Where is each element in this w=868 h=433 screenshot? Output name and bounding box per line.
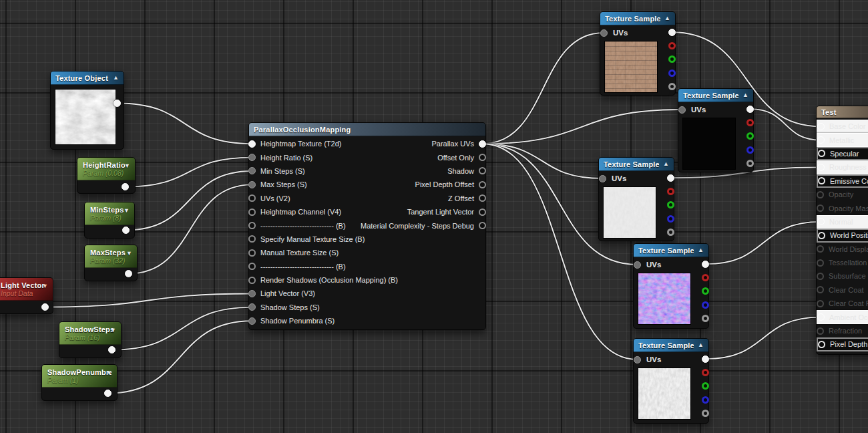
collapse-icon[interactable]: ▲	[698, 247, 704, 253]
output-pin[interactable]	[479, 222, 486, 229]
uvs-input-pin[interactable]	[678, 106, 686, 114]
collapse-icon[interactable]: ▲	[698, 342, 704, 348]
input-pin[interactable]	[817, 286, 824, 293]
input-pin[interactable]	[817, 313, 825, 321]
input-pin[interactable]	[817, 259, 824, 267]
material-result-node-test[interactable]: Test Base Color Metallic Specular Roughn…	[816, 106, 868, 355]
param-output-pin[interactable]	[108, 346, 116, 353]
input-pin[interactable]	[817, 136, 825, 144]
output-pin[interactable]	[479, 208, 486, 216]
input-pin[interactable]	[248, 263, 256, 270]
uvs-input-pin[interactable]	[634, 261, 641, 269]
input-pin[interactable]	[817, 327, 824, 335]
r-output-pin[interactable]	[702, 274, 709, 281]
collapse-icon[interactable]: ▲	[742, 92, 748, 98]
output-pin[interactable]	[479, 167, 486, 174]
collapse-icon[interactable]: ▼	[110, 327, 116, 333]
node-header[interactable]: MinSteps Param (8) ▼	[85, 202, 134, 225]
rgb-output-pin[interactable]	[668, 29, 676, 36]
param-node-shadowsteps[interactable]: ShadowSteps Param (16) ▼	[59, 321, 122, 358]
collapse-icon[interactable]: ▼	[106, 370, 112, 376]
collapse-icon[interactable]: ▲	[664, 15, 670, 21]
a-output-pin[interactable]	[667, 229, 674, 236]
param-output-pin[interactable]	[125, 270, 132, 277]
b-output-pin[interactable]	[702, 396, 709, 404]
node-header[interactable]: Texture Object ▲	[51, 71, 124, 85]
b-output-pin[interactable]	[702, 301, 709, 309]
uvs-input-pin[interactable]	[600, 29, 608, 37]
node-header[interactable]: ShadowSteps Param (16) ▼	[59, 322, 121, 345]
input-node-light-vector[interactable]: Light Vector Input Data ▼	[0, 277, 53, 314]
input-pin[interactable]	[248, 222, 256, 229]
texture-sample-node-normal-map[interactable]: Texture Sample ▲ UVs	[633, 243, 709, 329]
input-pin[interactable]	[248, 208, 256, 216]
input-pin[interactable]	[818, 177, 825, 184]
r-output-pin[interactable]	[746, 119, 754, 126]
g-output-pin[interactable]	[667, 201, 674, 208]
output-pin[interactable]	[479, 140, 486, 148]
collapse-icon[interactable]: ▲	[663, 161, 669, 167]
rgb-output-pin[interactable]	[702, 261, 709, 268]
parallax-occlusion-mapping-node[interactable]: ParallaxOcclusionMapping Heightmap Textu…	[248, 122, 486, 330]
node-header[interactable]: ParallaxOcclusionMapping	[249, 123, 485, 136]
param-output-pin[interactable]	[41, 303, 49, 311]
rgb-output-pin[interactable]	[746, 106, 754, 113]
a-output-pin[interactable]	[702, 410, 709, 417]
node-header[interactable]: ShadowPenumbra Param (1) ▼	[42, 365, 117, 388]
collapse-icon[interactable]: ▼	[42, 283, 48, 289]
collapse-icon[interactable]: ▼	[124, 208, 130, 214]
input-pin[interactable]	[817, 273, 824, 280]
material-editor-graph[interactable]: Texture Object ▲ HeightRatio Param (0.08…	[0, 0, 868, 433]
b-output-pin[interactable]	[667, 215, 674, 223]
input-pin[interactable]	[248, 303, 256, 311]
collapse-icon[interactable]: ▼	[126, 251, 132, 257]
input-pin[interactable]	[817, 123, 825, 130]
b-output-pin[interactable]	[746, 146, 754, 154]
node-header[interactable]: Texture Sample ▲	[600, 12, 675, 25]
collapse-icon[interactable]: ▲	[113, 75, 119, 81]
input-pin[interactable]	[817, 164, 825, 171]
node-header[interactable]: MaxSteps Param (32) ▼	[85, 245, 137, 268]
node-header[interactable]: HeightRatio Param (0.08) ▼	[77, 158, 135, 180]
param-node-maxsteps[interactable]: MaxSteps Param (32) ▼	[84, 245, 138, 281]
input-pin[interactable]	[248, 277, 256, 284]
input-pin[interactable]	[817, 218, 825, 225]
collapse-icon[interactable]: ▼	[124, 163, 130, 169]
input-pin[interactable]	[818, 232, 825, 239]
input-pin[interactable]	[818, 150, 825, 157]
input-pin[interactable]	[248, 154, 256, 161]
texture-object-output-pin[interactable]	[114, 100, 121, 107]
r-output-pin[interactable]	[668, 42, 676, 49]
a-output-pin[interactable]	[668, 83, 676, 90]
r-output-pin[interactable]	[702, 369, 709, 376]
rgb-output-pin[interactable]	[667, 174, 674, 182]
node-header[interactable]: Texture Sample ▲	[599, 158, 674, 171]
input-pin[interactable]	[248, 140, 256, 148]
node-header[interactable]: Texture Sample ▲	[634, 244, 708, 257]
node-header[interactable]: Test	[817, 106, 868, 118]
r-output-pin[interactable]	[667, 188, 674, 195]
uvs-input-pin[interactable]	[599, 175, 606, 182]
input-pin[interactable]	[248, 290, 256, 297]
input-pin[interactable]	[248, 181, 256, 188]
input-pin[interactable]	[248, 317, 256, 325]
node-header[interactable]: Light Vector Input Data ▼	[0, 278, 53, 301]
input-pin[interactable]	[817, 245, 824, 253]
param-node-shadowpenumbra[interactable]: ShadowPenumbra Param (1) ▼	[41, 364, 118, 401]
output-pin[interactable]	[479, 181, 486, 188]
node-header[interactable]: Texture Sample ▲	[678, 89, 753, 102]
param-node-minsteps[interactable]: MinSteps Param (8) ▼	[84, 202, 135, 239]
input-pin[interactable]	[248, 194, 256, 202]
param-output-pin[interactable]	[122, 183, 129, 190]
input-pin[interactable]	[817, 300, 824, 307]
output-pin[interactable]	[479, 194, 486, 202]
texture-sample-node-black[interactable]: Texture Sample ▲ UVs	[678, 88, 754, 172]
input-pin[interactable]	[817, 191, 824, 198]
rgb-output-pin[interactable]	[702, 355, 709, 363]
a-output-pin[interactable]	[702, 315, 709, 322]
input-pin[interactable]	[248, 249, 256, 257]
input-pin[interactable]	[248, 235, 256, 243]
texture-sample-node-noise[interactable]: Texture Sample ▲ UVs	[633, 338, 709, 424]
g-output-pin[interactable]	[702, 382, 709, 390]
param-output-pin[interactable]	[104, 390, 112, 397]
